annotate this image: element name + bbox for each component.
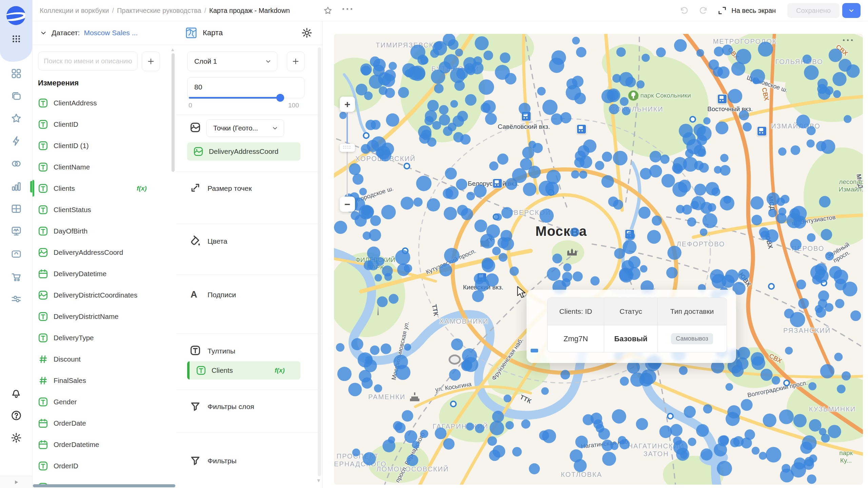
- geopoints-field-chip[interactable]: DeliveryAddressCoord: [187, 142, 300, 161]
- sidebar-item-wizard-charts[interactable]: [10, 180, 22, 192]
- tooltip-table: Clients: ID Статус Тип доставки Zmg7N Ба…: [547, 298, 727, 352]
- map-more-icon[interactable]: [843, 39, 853, 41]
- rail-collapse-button[interactable]: [0, 476, 32, 488]
- save-dropdown-button[interactable]: [842, 3, 861, 18]
- undo-icon[interactable]: [679, 5, 689, 16]
- field-row[interactable]: DayOfBirth: [32, 220, 176, 242]
- field-row[interactable]: DeliveryDistrictName: [32, 306, 176, 327]
- tooltips-section[interactable]: Тултипы: [208, 347, 235, 355]
- field-row[interactable]: OrderDatetime: [32, 434, 176, 455]
- scrollbar-down-arrow[interactable]: ▼: [316, 477, 321, 483]
- help-icon[interactable]: [10, 409, 22, 422]
- field-row[interactable]: ClientID: [32, 114, 176, 135]
- zoom-out-button[interactable]: −: [340, 197, 355, 212]
- number-field-icon: [38, 354, 48, 364]
- saved-button[interactable]: Сохранено: [787, 3, 840, 18]
- sidebar-item-collections[interactable]: [10, 90, 22, 102]
- apps-grid-icon[interactable]: [10, 33, 22, 45]
- layer-opacity-control[interactable]: 80: [187, 77, 304, 98]
- breadcrumb-collections[interactable]: Коллекции и воркбуки: [40, 7, 109, 15]
- field-row[interactable]: Gender: [32, 391, 176, 412]
- formula-icon: f(x): [275, 367, 285, 374]
- chart-type-label[interactable]: Карта: [203, 28, 223, 37]
- date-field-icon: [38, 440, 48, 450]
- colors-section[interactable]: Цвета: [208, 237, 228, 245]
- layer-selector[interactable]: Слой 1: [187, 52, 277, 71]
- field-row[interactable]: FinalSales: [32, 370, 176, 391]
- field-row[interactable]: DeliveryDatetime: [32, 263, 176, 284]
- point-size-section[interactable]: Размер точек: [208, 184, 252, 192]
- redo-icon[interactable]: [698, 5, 708, 16]
- field-name: ClientAddress: [54, 99, 97, 107]
- field-row[interactable]: ClientAddress: [32, 92, 176, 114]
- sidebar-item-marketplace[interactable]: [10, 270, 22, 283]
- field-name: ClientID: [54, 120, 78, 128]
- field-row[interactable]: Discount: [32, 348, 176, 370]
- field-name: DeliveryDistrictCoordinates: [54, 291, 137, 299]
- sidebar-item-favorites[interactable]: [10, 112, 22, 124]
- scrollbar-up-arrow[interactable]: ▲: [170, 47, 175, 52]
- tooltips-field-chip[interactable]: Clients f(x): [187, 361, 300, 380]
- data-points-layer[interactable]: [334, 34, 863, 485]
- sidebar-item-relations[interactable]: [10, 158, 22, 170]
- dataset-label: Датасет:: [52, 29, 80, 37]
- field-row[interactable]: OrderID: [32, 455, 176, 476]
- text-field-icon: [196, 365, 206, 375]
- layer-filters-section[interactable]: Фильтры слоя: [208, 403, 254, 411]
- more-actions-icon[interactable]: [342, 8, 352, 10]
- filters-section[interactable]: Фильтры: [208, 457, 237, 465]
- zoom-slider-handle[interactable]: [340, 144, 355, 152]
- sidebar-item-dashboards[interactable]: [10, 67, 22, 80]
- opacity-slider-thumb[interactable]: [276, 94, 284, 102]
- vertical-scrollbar[interactable]: [172, 53, 175, 172]
- dataset-header: Датасет: Moscow Sales ...: [32, 21, 176, 45]
- sidebar-item-services[interactable]: [10, 293, 22, 305]
- geo-field-icon: [38, 290, 48, 300]
- zoom-in-button[interactable]: +: [340, 97, 355, 112]
- horizontal-scrollbar[interactable]: [33, 484, 175, 487]
- field-row[interactable]: Clientsf(x): [32, 178, 176, 199]
- field-row[interactable]: ClientName: [32, 156, 176, 178]
- field-name: DeliveryDistrictName: [54, 312, 118, 321]
- sidebar-item-monitoring[interactable]: [10, 225, 22, 237]
- datalens-map-editor: Коллекции и воркбуки / Практические руко…: [0, 0, 868, 488]
- settings-gear-icon[interactable]: [10, 432, 22, 444]
- fullscreen-label[interactable]: На весь экран: [731, 7, 776, 15]
- field-row[interactable]: DeliveryAddressCoord: [32, 242, 176, 263]
- chart-settings-gear-icon[interactable]: [301, 27, 313, 39]
- number-field-icon: [38, 375, 48, 386]
- map-canvas[interactable]: ТИМИРЯЗЕВСКИЙБУТЫРСКИЙМЕТРОГОРОДОКГОЛЬЯН…: [334, 34, 863, 485]
- colors-icon: [190, 235, 201, 246]
- geopoints-type-selector[interactable]: Точки (Геото...: [206, 119, 284, 137]
- datalens-logo[interactable]: [6, 6, 25, 25]
- vertical-scrollbar[interactable]: [318, 47, 321, 476]
- field-name: FinalSales: [54, 377, 86, 385]
- field-name: OrderDate: [54, 419, 86, 427]
- breadcrumb-separator: /: [112, 7, 114, 15]
- labels-section[interactable]: Подписи: [208, 291, 236, 299]
- field-row[interactable]: ClientStatus: [32, 199, 176, 220]
- field-row[interactable]: DeliveryDistrictCoordinates: [32, 284, 176, 306]
- field-row[interactable]: OrderDate: [32, 412, 176, 434]
- fullscreen-icon[interactable]: [717, 5, 727, 16]
- field-row[interactable]: ClientID (1): [32, 135, 176, 156]
- field-row[interactable]: DeliveryType: [32, 327, 176, 348]
- delivery-type-badge: Самовывоз: [671, 333, 713, 344]
- notifications-bell-icon[interactable]: [10, 387, 22, 399]
- field-row[interactable]: PaymentType: [32, 476, 176, 485]
- favorite-star-icon[interactable]: [323, 6, 333, 15]
- sidebar-item-connections[interactable]: [10, 135, 22, 147]
- geopoints-icon: [190, 122, 201, 133]
- dataset-name-link[interactable]: Moscow Sales ...: [84, 29, 138, 37]
- sidebar-item-datasets[interactable]: [10, 203, 22, 215]
- geopoint-field-icon: [193, 146, 203, 157]
- sidebar-item-gallery[interactable]: [10, 248, 22, 260]
- breadcrumb-guides[interactable]: Практические руководства: [117, 7, 201, 15]
- add-layer-button[interactable]: [287, 52, 304, 71]
- field-name: OrderDatetime: [54, 441, 99, 449]
- search-input[interactable]: [38, 52, 138, 70]
- opacity-slider-track[interactable]: [189, 97, 280, 99]
- divider: [176, 390, 322, 390]
- add-field-button[interactable]: [142, 52, 160, 71]
- point-size-icon: [190, 182, 201, 193]
